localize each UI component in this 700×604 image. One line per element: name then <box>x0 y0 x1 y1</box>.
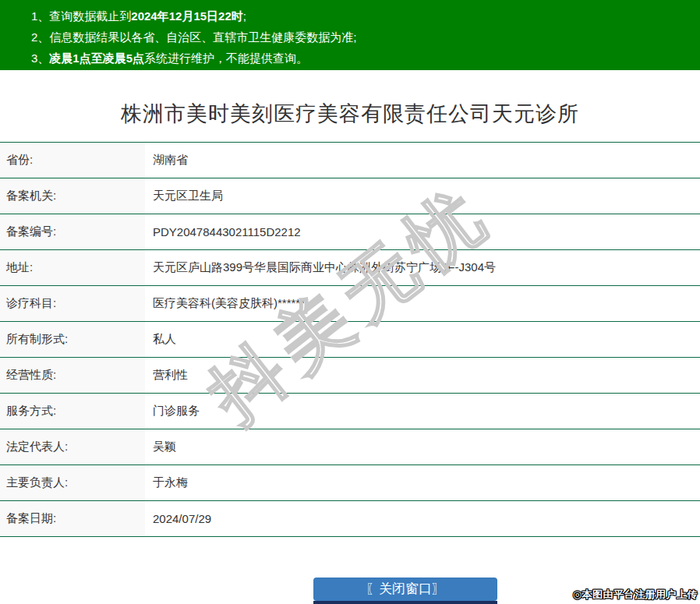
close-window-button[interactable]: 〖关闭窗口〗 <box>313 578 497 601</box>
table-row: 备案日期: 2024/07/29 <box>0 501 700 537</box>
row-value: 吴颖 <box>145 429 700 464</box>
row-label: 经营性质: <box>0 358 145 393</box>
row-label: 所有制形式: <box>0 322 145 357</box>
row-label: 主要负责人: <box>0 465 145 500</box>
table-row: 服务方式: 门诊服务 <box>0 394 700 429</box>
table-row: 法定代表人: 吴颖 <box>0 429 700 465</box>
notice-line-1-bold: 2024年12月15日22时 <box>131 9 242 23</box>
table-row: 备案编号: PDY20478443021115D2212 <box>0 214 700 250</box>
table-row: 诊疗科目: 医疗美容科(美容皮肤科)****** <box>0 286 700 322</box>
row-label: 法定代表人: <box>0 429 145 464</box>
row-value: 营利性 <box>145 358 700 393</box>
notice-line-1: 1、查询数据截止到2024年12月15日22时; <box>31 5 692 26</box>
row-value: 天元区卫生局 <box>145 178 700 214</box>
notice-line-1-end: ; <box>243 9 246 23</box>
row-value: 2024/07/29 <box>145 501 700 536</box>
table-row: 经营性质: 营利性 <box>0 358 700 394</box>
notice-banner: 1、查询数据截止到2024年12月15日22时; 2、信息数据结果以各省、自治区… <box>0 0 700 70</box>
notice-line-3-bold: 凌晨1点至凌晨5点 <box>49 51 144 65</box>
row-label: 地址: <box>0 250 145 285</box>
row-value: 私人 <box>145 322 700 357</box>
notice-line-3-end: 系统进行维护，不能提供查询。 <box>144 51 308 65</box>
table-row: 所有制形式: 私人 <box>0 322 700 358</box>
notice-line-2: 2、信息数据结果以各省、自治区、直辖市卫生健康委数据为准; <box>31 26 692 48</box>
notice-line-3: 3、凌晨1点至凌晨5点系统进行维护，不能提供查询。 <box>31 48 692 69</box>
row-value: 门诊服务 <box>145 394 700 429</box>
row-label: 诊疗科目: <box>0 286 145 321</box>
row-label: 省份: <box>0 143 145 178</box>
row-label: 备案编号: <box>0 214 145 249</box>
row-label: 备案日期: <box>0 501 145 536</box>
table-row: 主要负责人: 于永梅 <box>0 465 700 501</box>
info-table: 省份: 湖南省 备案机关: 天元区卫生局 备案编号: PDY2047844302… <box>0 142 700 537</box>
row-label: 服务方式: <box>0 394 145 429</box>
upload-credit: ◎本图由平台注册用户上传 <box>573 588 698 602</box>
table-row: 备案机关: 天元区卫生局 <box>0 178 700 214</box>
row-label: 备案机关: <box>0 178 145 214</box>
table-row: 地址: 天元区庐山路399号华晨国际商业中心株洲外街苏宁广场3F-J304号 <box>0 250 700 286</box>
row-value: 湖南省 <box>145 143 700 178</box>
page-title: 株洲市美时美刻医疗美容有限责任公司天元诊所 <box>0 100 700 128</box>
notice-line-3-text: 3、 <box>31 51 49 65</box>
table-row: 省份: 湖南省 <box>0 143 700 178</box>
footer-strip <box>313 601 497 604</box>
row-value: 医疗美容科(美容皮肤科)****** <box>145 286 700 321</box>
row-value: PDY20478443021115D2212 <box>145 214 700 249</box>
row-value: 于永梅 <box>145 465 700 500</box>
notice-line-1-text: 1、查询数据截止到 <box>31 9 131 23</box>
row-value: 天元区庐山路399号华晨国际商业中心株洲外街苏宁广场3F-J304号 <box>145 250 700 285</box>
